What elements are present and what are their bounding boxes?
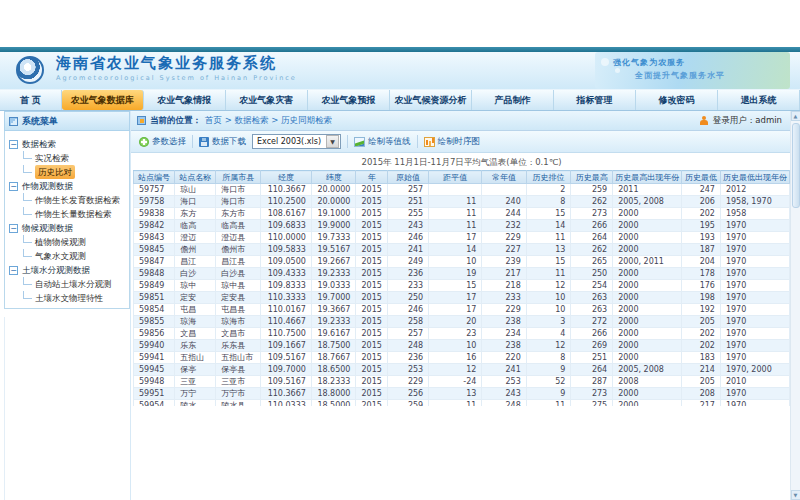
nav-tab[interactable]: 产品制作 [472, 90, 554, 110]
table-cell: 1970 [720, 340, 789, 352]
table-cell: 五指山市 [216, 352, 261, 364]
table-cell: 264 [571, 232, 613, 244]
nav-tab[interactable]: 退出系统 [718, 90, 800, 110]
table-cell: 2000 [613, 232, 682, 244]
table-cell: 2 [526, 184, 571, 196]
download-format-value: Excel 2003(.xls) [253, 137, 325, 146]
tree-section[interactable]: −数据检索 [9, 137, 127, 151]
table-cell: 昌江县 [216, 256, 261, 268]
table-cell: 2015 [356, 400, 387, 407]
decor-bubble [615, 68, 620, 73]
collapse-icon[interactable]: − [9, 224, 18, 233]
table-cell: 2015 [356, 304, 387, 316]
table-cell: 万宁 [175, 388, 216, 400]
vertical-scrollbar[interactable]: ▲ ▼ [790, 111, 800, 500]
nav-tab[interactable]: 指标管理 [554, 90, 636, 110]
tree-item[interactable]: 作物生长发育数据检索 [9, 193, 127, 207]
table-cell: 11 [429, 220, 482, 232]
nav-tab[interactable]: 农业气象情报 [144, 90, 226, 110]
table-cell: 三亚市 [216, 376, 261, 388]
table-cell: 五指山 [175, 352, 216, 364]
table-cell: 110.3667 [261, 388, 312, 400]
scrollbar-track[interactable] [791, 121, 800, 490]
table-cell: 239 [482, 256, 526, 268]
tree-item[interactable]: 气象水文观测 [9, 249, 127, 263]
tree-section[interactable]: −作物观测数据 [9, 179, 127, 193]
download-format-select[interactable]: Excel 2003(.xls) ▼ [252, 134, 341, 149]
draw-timeseries-button[interactable]: 绘制时序图 [424, 136, 481, 148]
scrollbar-thumb[interactable] [792, 123, 800, 208]
tree-item[interactable]: 土壤水文物理特性 [9, 291, 127, 305]
table-row: 59848白沙白沙县109.433319.2333201523619217112… [134, 268, 790, 280]
table-cell: 11 [429, 400, 482, 407]
table-cell: 1970 [720, 268, 789, 280]
table-cell: 1970 [720, 256, 789, 268]
table-cell: 2015 [356, 364, 387, 376]
collapse-icon[interactable]: − [9, 266, 18, 275]
table-cell: 2015 [356, 184, 387, 196]
table-cell: 2000 [613, 316, 682, 328]
breadcrumb-path[interactable]: 首页 > 数据检索 > 历史同期检索 [205, 115, 332, 127]
table-cell: 屯昌县 [216, 304, 261, 316]
table-cell: 23 [429, 328, 482, 340]
scroll-up-arrow-icon[interactable]: ▲ [791, 111, 800, 121]
nav-tab[interactable]: 首 页 [0, 90, 62, 110]
scroll-down-arrow-icon[interactable]: ▼ [791, 490, 800, 500]
nav-tab[interactable]: 修改密码 [636, 90, 718, 110]
table-cell: 17 [429, 304, 482, 316]
draw-contour-button[interactable]: 绘制等值线 [354, 136, 411, 148]
tree-section[interactable]: −土壤水分观测数据 [9, 263, 127, 277]
table-cell: 59855 [134, 316, 175, 328]
table-cell: 昌江 [175, 256, 216, 268]
table-row: 59847昌江昌江县109.050019.2667201524910239152… [134, 256, 790, 268]
table-cell: 253 [482, 376, 526, 388]
nav-tab[interactable]: 农业气象预报 [308, 90, 390, 110]
table-cell: 110.7500 [261, 328, 312, 340]
table-cell: 229 [387, 376, 428, 388]
data-download-button[interactable]: 数据下载 [199, 136, 246, 148]
table-row: 59940乐东乐东县109.166718.7500201524810238122… [134, 340, 790, 352]
tree-section-label: 物候观测数据 [22, 221, 73, 235]
table-cell: 249 [387, 256, 428, 268]
nav-tab[interactable]: 农业气象数据库 [62, 90, 144, 110]
tree-item[interactable]: 植物物候观测 [9, 235, 127, 249]
breadcrumb-bar: 当前的位置： 首页 > 数据检索 > 历史同期检索 登录用户：admin [131, 111, 790, 131]
table-cell: 229 [482, 304, 526, 316]
table-title: 2015年 11月1日-11月7日平均气温表(单位：0.1℃) [133, 155, 790, 170]
tree-section[interactable]: −物候观测数据 [9, 221, 127, 235]
tree-item[interactable]: 自动站土壤水分观测 [9, 277, 127, 291]
table-header-row: 站点编号站点名称所属市县经度纬度年原始值距平值常年值历史排位历史最高历史最高出现… [134, 171, 790, 184]
table-cell: 2012 [720, 184, 789, 196]
table-cell: 217 [482, 268, 526, 280]
table-cell: 193 [682, 232, 721, 244]
table-cell: 241 [482, 364, 526, 376]
tree-item[interactable]: 实况检索 [9, 151, 127, 165]
table-cell: 陵水 [175, 400, 216, 407]
nav-tab[interactable]: 农业气候资源分析 [390, 90, 472, 110]
table-cell: 13 [429, 388, 482, 400]
nav-tab[interactable]: 农业气象灾害 [226, 90, 308, 110]
tree-item[interactable]: 作物生长量数据检索 [9, 207, 127, 221]
table-row: 59845儋州儋州市109.583319.5167201524114227132… [134, 244, 790, 256]
param-select-button[interactable]: 参数选择 [139, 136, 186, 148]
table-cell: 17 [429, 292, 482, 304]
table-cell: 19.0333 [311, 280, 356, 292]
app-window: 海南省农业气象业务服务系统 Agrometeorological System … [0, 0, 800, 500]
table-cell: 2005, 2008 [613, 196, 682, 208]
tree-item[interactable]: 历史比对 [9, 165, 127, 179]
chevron-down-icon[interactable]: ▼ [326, 135, 339, 148]
table-cell: 2000 [613, 352, 682, 364]
table-cell: 2000 [613, 268, 682, 280]
tree-item-label: 作物生长量数据检索 [35, 207, 112, 221]
table-cell: 241 [387, 244, 428, 256]
table-cell: 262 [571, 196, 613, 208]
table-cell: 238 [482, 340, 526, 352]
menu-icon [9, 117, 18, 126]
table-cell: 11 [526, 268, 571, 280]
collapse-icon[interactable]: − [9, 182, 18, 191]
table-cell: 243 [482, 388, 526, 400]
table-cell: 263 [571, 304, 613, 316]
app-logo-icon [16, 56, 44, 84]
table-row: 59855琼海琼海市110.466719.2333201525820238327… [134, 316, 790, 328]
collapse-icon[interactable]: − [9, 140, 18, 149]
